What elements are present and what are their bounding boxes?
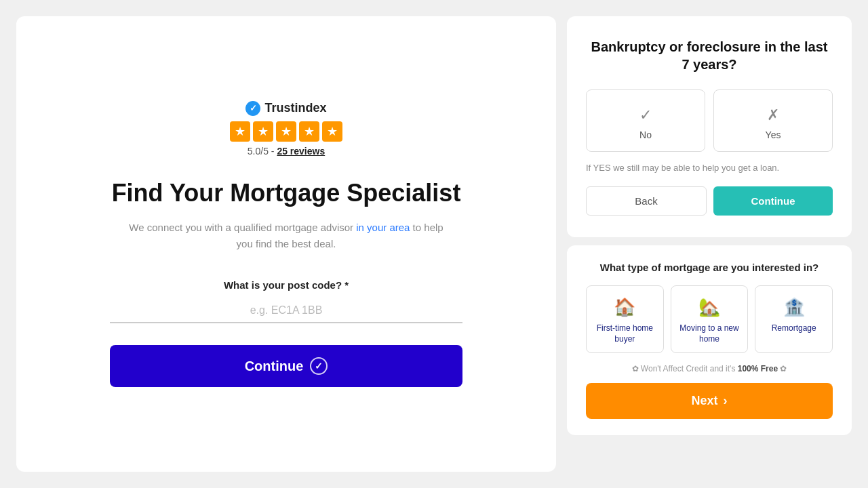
review-text: 5.0/5 - 25 reviews — [248, 146, 325, 157]
next-label: Next — [691, 394, 717, 408]
moving-home-option[interactable]: 🏡 Moving to a new home — [671, 285, 749, 353]
star-2: ★ — [253, 121, 273, 142]
free-note-prefix: ✿ Won't Affect Credit and it's — [632, 364, 738, 373]
main-title: Find Your Mortgage Specialist — [112, 178, 461, 207]
yes-label: Yes — [766, 129, 781, 140]
right-panel: Bankruptcy or foreclosure in the last 7 … — [567, 16, 852, 472]
continue-button[interactable]: Continue ✓ — [110, 345, 462, 387]
yes-option[interactable]: ✗ Yes — [713, 89, 833, 152]
back-button[interactable]: Back — [586, 186, 707, 216]
first-time-buyer-label: First-time home buyer — [592, 323, 658, 344]
yes-icon: ✗ — [767, 106, 779, 124]
trustindex-name: Trustindex — [264, 101, 326, 115]
trustindex-badge: ✓ Trustindex ★ ★ ★ ★ ★ 5.0/5 - 25 review… — [230, 101, 342, 157]
mortgage-card-title: What type of mortgage are you interested… — [586, 262, 833, 273]
subtitle-part1: We connect you with a qualified mortgage… — [129, 222, 356, 233]
star-4: ★ — [299, 121, 319, 142]
postcode-input[interactable] — [110, 299, 462, 323]
moving-home-label: Moving to a new home — [677, 323, 743, 344]
next-button[interactable]: Next › — [586, 383, 833, 419]
remortgage-icon: 🏦 — [783, 297, 805, 318]
first-time-buyer-icon: 🏠 — [614, 297, 635, 318]
left-panel: ✓ Trustindex ★ ★ ★ ★ ★ 5.0/5 - 25 review… — [16, 16, 556, 472]
free-note-bold: 100% Free — [738, 364, 778, 373]
yes-hint: If YES we still may be able to help you … — [586, 163, 833, 173]
no-icon: ✓ — [639, 106, 652, 124]
trustindex-checkmark-icon: ✓ — [245, 101, 260, 116]
rating-separator: - — [269, 146, 277, 157]
trustindex-header: ✓ Trustindex — [245, 101, 326, 116]
free-note: ✿ Won't Affect Credit and it's 100% Free… — [586, 364, 833, 373]
bankruptcy-options-row: ✓ No ✗ Yes — [586, 89, 833, 152]
next-arrow-icon: › — [724, 394, 728, 408]
reviews-link[interactable]: 25 reviews — [277, 146, 325, 157]
no-label: No — [639, 129, 652, 140]
mortgage-card: What type of mortgage are you interested… — [567, 245, 852, 435]
back-continue-row: Back Continue — [586, 186, 833, 216]
moving-home-icon: 🏡 — [698, 297, 720, 318]
star-5: ★ — [322, 121, 342, 142]
first-time-buyer-option[interactable]: 🏠 First-time home buyer — [586, 285, 664, 353]
subtitle-highlight: in your area — [356, 222, 410, 233]
free-note-suffix: ✿ — [778, 364, 787, 373]
star-1: ★ — [230, 121, 250, 142]
bankruptcy-card: Bankruptcy or foreclosure in the last 7 … — [567, 16, 852, 237]
mortgage-options-row: 🏠 First-time home buyer 🏡 Moving to a ne… — [586, 285, 833, 353]
rating-value: 5.0/5 — [248, 146, 269, 157]
no-option[interactable]: ✓ No — [586, 89, 705, 152]
remortgage-option[interactable]: 🏦 Remortgage — [755, 285, 833, 353]
remortgage-label: Remortgage — [772, 323, 816, 334]
star-3: ★ — [276, 121, 296, 142]
continue-label: Continue — [245, 359, 304, 374]
bankruptcy-title: Bankruptcy or foreclosure in the last 7 … — [586, 38, 833, 73]
continue-check-icon: ✓ — [310, 357, 328, 375]
subtitle: We connect you with a qualified mortgage… — [123, 220, 449, 252]
postcode-section: What is your post code? * — [110, 279, 462, 323]
page-wrapper: ✓ Trustindex ★ ★ ★ ★ ★ 5.0/5 - 25 review… — [0, 0, 868, 488]
bankruptcy-continue-button[interactable]: Continue — [713, 186, 833, 216]
stars-row: ★ ★ ★ ★ ★ — [230, 121, 342, 142]
postcode-label: What is your post code? * — [110, 279, 462, 291]
